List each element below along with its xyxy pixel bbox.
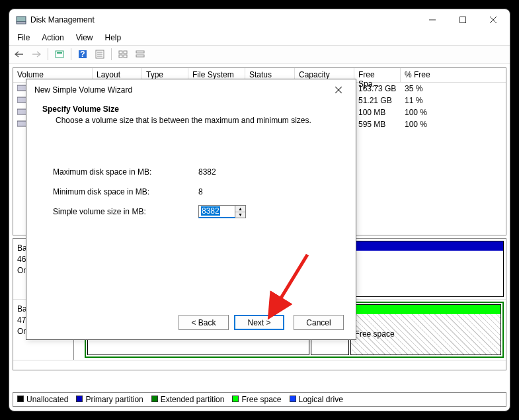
dialog-heading: Specify Volume Size: [42, 105, 340, 114]
min-space-value: 8: [198, 187, 203, 196]
menu-file[interactable]: File: [12, 32, 35, 44]
svg-rect-7: [57, 52, 62, 54]
list-icon[interactable]: [116, 47, 130, 62]
swatch-logical: [290, 396, 296, 402]
menu-action[interactable]: Action: [36, 32, 69, 44]
cell-free: 163.73 GB: [354, 83, 401, 94]
cell-pct: 100 %: [401, 119, 440, 130]
swatch-extended: [151, 396, 158, 402]
svg-rect-18: [136, 51, 144, 53]
dialog-title: New Simple Volume Wizard: [34, 85, 132, 95]
col-pctfree[interactable]: % Free: [401, 68, 440, 82]
svg-rect-15: [124, 51, 127, 54]
col-freespace[interactable]: Free Spa...: [354, 68, 401, 82]
menubar: File Action View Help: [9, 30, 510, 45]
partition-free[interactable]: Free space: [350, 304, 501, 355]
new-simple-volume-wizard: New Simple Volume Wizard Specify Volume …: [26, 79, 356, 340]
app-icon: [16, 15, 26, 25]
cell-pct: 35 %: [401, 83, 440, 94]
window-title: Disk Management: [30, 15, 95, 24]
detail-icon[interactable]: [133, 47, 147, 62]
volume-size-input[interactable]: 8382: [198, 205, 235, 218]
menu-view[interactable]: View: [71, 32, 99, 44]
volume-size-spinner: 8382 ▲ ▼: [198, 205, 246, 218]
menu-help[interactable]: Help: [100, 32, 127, 44]
close-button[interactable]: [478, 9, 508, 30]
help-icon[interactable]: ?: [75, 47, 90, 62]
toolbar: ?: [9, 45, 510, 63]
svg-rect-0: [17, 17, 26, 22]
titlebar: Disk Management: [9, 9, 510, 30]
swatch-primary: [76, 396, 83, 402]
cell-free: 51.21 GB: [354, 95, 401, 106]
svg-rect-1: [17, 22, 26, 24]
cancel-button[interactable]: Cancel: [294, 315, 344, 330]
spinner-down-button[interactable]: ▼: [235, 212, 245, 218]
refresh-icon[interactable]: [52, 47, 67, 62]
min-space-label: Minimum disk space in MB:: [53, 187, 198, 196]
legend: Unallocated Primary partition Extended p…: [13, 392, 506, 407]
dialog-titlebar: New Simple Volume Wizard: [26, 79, 356, 101]
cell-free: 595 MB: [354, 119, 401, 130]
swatch-unallocated: [17, 396, 24, 402]
properties-icon[interactable]: [93, 47, 107, 62]
cell-free: 100 MB: [354, 107, 401, 118]
cell-pct: 100 %: [401, 107, 440, 118]
max-space-label: Maximum disk space in MB:: [53, 167, 198, 177]
svg-rect-19: [136, 55, 144, 57]
maximize-button[interactable]: [448, 9, 478, 30]
max-space-value: 8382: [198, 167, 216, 177]
window-controls: [417, 9, 508, 30]
svg-rect-17: [124, 55, 127, 58]
dialog-subheading: Choose a volume size that is between the…: [42, 116, 340, 125]
back-button[interactable]: < Back: [179, 315, 229, 330]
svg-text:?: ?: [80, 50, 85, 59]
nav-back-icon[interactable]: [12, 47, 26, 62]
svg-rect-6: [56, 51, 63, 58]
minimize-button[interactable]: [417, 9, 448, 30]
dialog-close-button[interactable]: [324, 81, 353, 99]
nav-forward-icon[interactable]: [29, 47, 44, 62]
next-button[interactable]: Next >: [234, 315, 284, 330]
svg-rect-14: [119, 51, 122, 54]
volume-size-label: Simple volume size in MB:: [53, 207, 198, 216]
svg-rect-16: [119, 55, 122, 58]
spinner-up-button[interactable]: ▲: [235, 206, 245, 212]
cell-pct: 11 %: [401, 95, 440, 106]
swatch-free: [232, 396, 239, 402]
svg-rect-3: [460, 17, 466, 23]
